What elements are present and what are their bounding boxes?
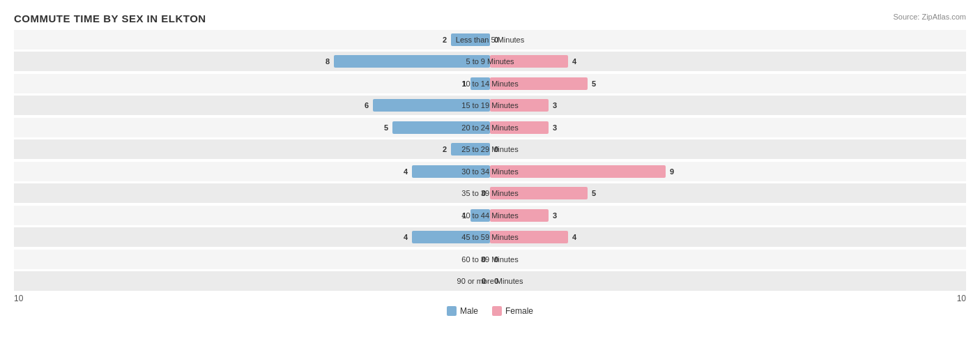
male-bar — [470, 77, 490, 90]
left-section: 2 — [14, 30, 490, 50]
male-value: 0 — [482, 277, 486, 285]
right-section: 0 — [490, 250, 966, 269]
left-section: 4 — [14, 162, 490, 181]
female-bar — [490, 99, 549, 112]
female-value: 0 — [494, 255, 498, 264]
female-bar — [490, 77, 588, 90]
legend: Male Female — [14, 306, 966, 316]
female-value: 9 — [670, 167, 674, 176]
male-value: 0 — [482, 255, 486, 264]
legend-female-label: Female — [505, 306, 533, 316]
table-row: 060 to 89 Minutes0 — [14, 250, 966, 269]
male-bar — [392, 121, 490, 134]
male-bar — [412, 165, 490, 178]
male-value: 8 — [326, 57, 330, 66]
left-section: 0 — [14, 183, 490, 203]
legend-male: Male — [447, 306, 478, 316]
male-value: 2 — [443, 145, 447, 153]
female-value: 5 — [592, 189, 596, 197]
left-section: 4 — [14, 227, 490, 247]
axis-left-label: 10 — [14, 294, 23, 303]
table-row: 225 to 29 Minutes0 — [14, 139, 966, 159]
male-value: 0 — [482, 189, 486, 197]
right-section: 0 — [490, 30, 966, 50]
female-bar — [490, 209, 549, 222]
left-section: 2 — [14, 139, 490, 159]
legend-female: Female — [492, 306, 533, 316]
table-row: 035 to 39 Minutes5 — [14, 183, 966, 203]
male-bar — [412, 231, 490, 243]
table-row: 430 to 34 Minutes9 — [14, 162, 966, 181]
left-section: 1 — [14, 74, 490, 93]
female-value: 4 — [572, 233, 576, 241]
table-row: 520 to 24 Minutes3 — [14, 118, 966, 137]
female-value: 5 — [592, 79, 596, 88]
table-row: 2Less than 5 Minutes0 — [14, 30, 966, 50]
left-section: 1 — [14, 206, 490, 225]
table-row: 140 to 44 Minutes3 — [14, 206, 966, 225]
right-section: 0 — [490, 271, 966, 291]
table-row: 85 to 9 Minutes4 — [14, 52, 966, 71]
right-section: 3 — [490, 206, 966, 225]
male-value: 5 — [384, 123, 388, 132]
male-bar — [373, 99, 490, 112]
left-section: 6 — [14, 96, 490, 115]
right-section: 5 — [490, 74, 966, 93]
right-section: 4 — [490, 52, 966, 71]
table-row: 090 or more Minutes0 — [14, 271, 966, 291]
female-bar — [490, 231, 568, 243]
female-bar — [490, 121, 549, 134]
rows-container: 2Less than 5 Minutes085 to 9 Minutes4110… — [14, 30, 966, 291]
female-value: 3 — [553, 101, 557, 109]
female-value: 0 — [494, 36, 498, 44]
right-section: 0 — [490, 139, 966, 159]
male-value: 1 — [462, 79, 466, 88]
table-row: 110 to 14 Minutes5 — [14, 74, 966, 93]
male-value: 1 — [462, 211, 466, 220]
left-section: 5 — [14, 118, 490, 137]
chart-title: COMMUTE TIME BY SEX IN ELKTON — [14, 13, 966, 24]
source-text: Source: ZipAtlas.com — [893, 13, 966, 21]
legend-male-box — [447, 306, 457, 316]
female-bar — [490, 187, 588, 199]
female-value: 3 — [553, 211, 557, 220]
male-bar — [470, 209, 490, 222]
table-row: 445 to 59 Minutes4 — [14, 227, 966, 247]
male-bar — [334, 55, 490, 68]
female-value: 4 — [572, 57, 576, 66]
male-bar — [451, 143, 490, 156]
axis-right-label: 10 — [957, 294, 966, 303]
right-section: 3 — [490, 118, 966, 137]
axis-bottom: 10 10 — [14, 291, 966, 303]
male-bar — [451, 33, 490, 46]
male-value: 6 — [365, 101, 369, 109]
legend-male-label: Male — [460, 306, 478, 316]
table-row: 615 to 19 Minutes3 — [14, 96, 966, 115]
right-section: 5 — [490, 183, 966, 203]
left-section: 8 — [14, 52, 490, 71]
male-value: 4 — [404, 167, 408, 176]
female-bar — [490, 55, 568, 68]
left-section: 0 — [14, 271, 490, 291]
male-value: 4 — [404, 233, 408, 241]
right-section: 9 — [490, 162, 966, 181]
female-bar — [490, 165, 666, 178]
left-section: 0 — [14, 250, 490, 269]
chart-container: COMMUTE TIME BY SEX IN ELKTON Source: Zi… — [0, 0, 980, 364]
chart-area: 2Less than 5 Minutes085 to 9 Minutes4110… — [14, 30, 966, 312]
female-value: 0 — [494, 277, 498, 285]
right-section: 3 — [490, 96, 966, 115]
legend-female-box — [492, 306, 502, 316]
female-value: 3 — [553, 123, 557, 132]
right-section: 4 — [490, 227, 966, 247]
male-value: 2 — [443, 36, 447, 44]
female-value: 0 — [494, 145, 498, 153]
